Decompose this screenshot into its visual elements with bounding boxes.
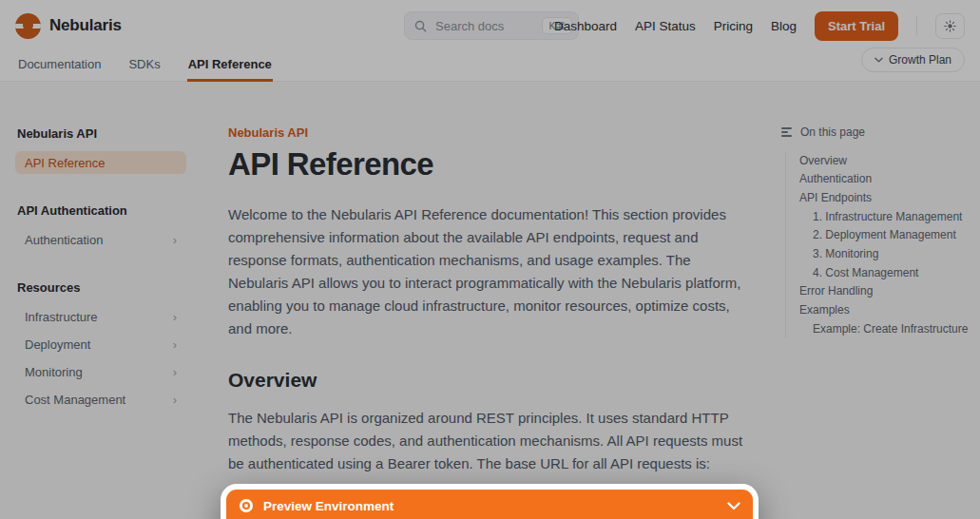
eye-icon (239, 498, 254, 513)
spotlight-dim-overlay (0, 0, 980, 519)
preview-environment-widget: Preview Environment Build: #6293 Date: 2… (221, 484, 759, 519)
chevron-down-icon (727, 502, 740, 510)
preview-environment-inner: Preview Environment Build: #6293 Date: 2… (226, 490, 753, 519)
preview-environment-header[interactable]: Preview Environment (226, 490, 753, 519)
collapse-button[interactable] (727, 502, 740, 510)
page: Nebularis K⌘ Dashboard API Status Pricin… (0, 0, 980, 519)
preview-environment-title: Preview Environment (263, 499, 394, 513)
